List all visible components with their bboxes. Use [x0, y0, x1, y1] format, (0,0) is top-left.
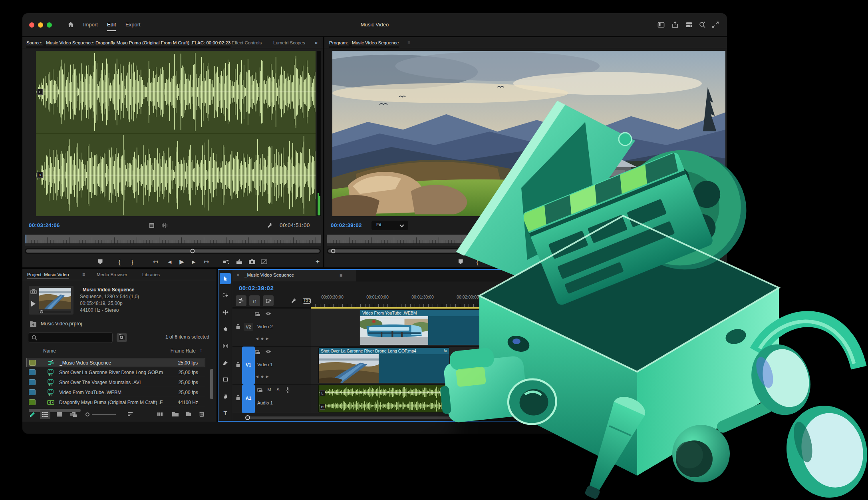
toggle-track-output-eye-icon[interactable] — [265, 349, 271, 354]
selection-tool[interactable] — [220, 273, 231, 284]
step-back-icon[interactable]: ◀ — [165, 256, 174, 267]
column-header-name[interactable]: Name — [43, 348, 56, 354]
keyframe-nav[interactable]: ◀◆▶ — [256, 337, 271, 341]
tab-program[interactable]: Program: _Music Video Sequence — [329, 37, 399, 48]
project-item-row[interactable]: Shot Over La Garonne River Drone Long GO… — [26, 368, 205, 377]
label-color-chip[interactable] — [29, 399, 36, 405]
clip-shot-over-la-garonne[interactable]: Shot Over La Garonne River Drone Long GO… — [318, 347, 449, 383]
scrollbar-handle[interactable] — [191, 249, 195, 253]
workspaces-icon[interactable] — [685, 21, 693, 28]
icon-view-button[interactable] — [56, 411, 63, 418]
close-window-button[interactable] — [29, 22, 34, 28]
source-ruler[interactable] — [25, 235, 321, 243]
source-playhead[interactable] — [26, 235, 26, 243]
project-item-row[interactable]: _Music Video Sequence 25,00 fps — [26, 358, 205, 367]
search-field[interactable] — [40, 333, 109, 342]
sort-ascending-icon[interactable]: ↑ — [200, 348, 202, 353]
insert-icon[interactable] — [222, 256, 231, 267]
project-item-row[interactable]: Video From YouTube .WEBM 25,00 fps — [26, 388, 205, 397]
source-patch-icon[interactable] — [257, 388, 263, 392]
snap-magnet-icon[interactable]: ∩ — [249, 295, 260, 306]
folder-up-icon[interactable] — [30, 321, 37, 327]
preview-play-icon[interactable] — [31, 301, 36, 307]
panel-layout-icon[interactable] — [657, 21, 665, 28]
clip-video-from-youtube[interactable]: Video From YouTube .WEBM fx — [360, 309, 486, 345]
project-item-row[interactable]: Shot Over The Vosges Mountains .AVI 25,0… — [26, 378, 205, 387]
track-lock-icon[interactable] — [236, 362, 240, 367]
minimize-window-button[interactable] — [38, 22, 43, 28]
tab-libraries[interactable]: Libraries — [142, 269, 160, 280]
project-item-row[interactable]: Dragonfly Mayu Puma (Original From M Cra… — [26, 398, 205, 407]
track-name[interactable]: Audio 1 — [257, 400, 273, 405]
track-lane-v1[interactable]: Shot Over La Garonne River Drone Long GO… — [311, 347, 726, 384]
nest-sequence-icon[interactable] — [236, 295, 246, 306]
meter-solo-left[interactable]: S — [714, 406, 716, 411]
timeline-ruler[interactable]: 00:00:30:00 00:01:00:00 00:01:30:00 00:0… — [311, 294, 726, 307]
overwrite-icon[interactable] — [235, 256, 244, 267]
program-zoom-scrollbar[interactable] — [327, 248, 725, 254]
captions-icon[interactable]: CC — [303, 298, 311, 304]
pen-tool[interactable] — [220, 357, 231, 368]
tab-edit[interactable]: Edit — [107, 13, 116, 36]
track-lock-icon[interactable] — [236, 324, 240, 329]
hand-tool[interactable] — [220, 390, 231, 402]
mark-out-icon[interactable]: } — [128, 256, 137, 267]
timeline-current-timecode[interactable]: 00:02:39:02 — [239, 285, 274, 291]
mark-out-icon[interactable]: } — [486, 256, 495, 267]
mark-in-icon[interactable]: { — [473, 256, 482, 267]
column-header-frame-rate[interactable]: Frame Rate — [171, 348, 196, 354]
solo-track-button[interactable]: S — [275, 387, 281, 392]
new-bin-folder-icon[interactable] — [172, 411, 179, 417]
mark-in-icon[interactable]: { — [115, 256, 124, 267]
slip-tool[interactable] — [220, 340, 231, 351]
tab-import[interactable]: Import — [83, 13, 98, 36]
add-marker-icon[interactable] — [456, 256, 465, 267]
share-icon[interactable] — [671, 21, 679, 28]
clip-audio-flac[interactable]: L R — [318, 385, 720, 412]
add-marker-icon[interactable] — [96, 256, 105, 267]
timeline-settings-wrench-icon[interactable] — [291, 298, 297, 304]
meter-solo-right[interactable]: S — [719, 406, 722, 411]
track-name[interactable]: Video 1 — [257, 362, 273, 367]
toggle-track-output-eye-icon[interactable] — [265, 311, 271, 316]
preview-scrub-bar[interactable] — [39, 311, 71, 313]
zoom-handle-left[interactable] — [245, 415, 250, 420]
new-item-icon[interactable] — [185, 411, 192, 417]
program-current-timecode[interactable]: 00:02:39:02 — [331, 222, 362, 228]
panel-menu-icon[interactable]: ≡ — [82, 269, 85, 280]
step-forward-icon[interactable]: ▶ — [189, 256, 198, 267]
scrollbar-handle[interactable] — [331, 249, 336, 253]
keyframe-nav[interactable]: ◀◆▶ — [256, 375, 271, 378]
goto-in-icon[interactable]: ↤ — [151, 256, 160, 267]
list-vertical-scrollbar[interactable] — [210, 369, 213, 399]
create-search-bin-icon[interactable] — [117, 333, 127, 342]
timeline-zoom-scrollbar[interactable] — [236, 415, 710, 420]
writable-pencil-icon[interactable] — [29, 411, 36, 418]
drag-video-only-icon[interactable] — [149, 222, 155, 229]
track-select-forward-tool[interactable] — [220, 290, 231, 301]
track-name[interactable]: Video 2 — [257, 324, 273, 329]
zoom-window-button[interactable] — [47, 22, 52, 28]
track-lane-v2[interactable]: Video From YouTube .WEBM fx — [311, 309, 726, 347]
automate-to-sequence-icon[interactable] — [157, 411, 164, 417]
trash-icon[interactable] — [199, 411, 205, 417]
panel-menu-icon[interactable]: ≡ — [340, 273, 342, 278]
play-icon[interactable]: ▶ — [177, 256, 186, 267]
project-file-name[interactable]: Music Video.prproj — [41, 321, 82, 327]
tab-lumetri-scopes[interactable]: Lumetri Scopes — [273, 37, 305, 48]
zoom-slider-track[interactable] — [92, 414, 116, 415]
source-patch-icon[interactable] — [255, 350, 260, 355]
program-ruler[interactable] — [327, 235, 725, 243]
track-target-a1[interactable]: A1 — [244, 394, 253, 402]
add-button-icon[interactable]: + — [313, 256, 322, 267]
label-color-chip[interactable] — [29, 369, 36, 375]
close-tab-icon[interactable]: × — [236, 272, 240, 278]
sort-options-icon[interactable] — [127, 411, 133, 417]
tab-overflow-icon[interactable]: » — [315, 37, 318, 48]
settings-wrench-icon[interactable] — [267, 222, 273, 229]
ripple-edit-tool[interactable] — [220, 307, 231, 318]
sequence-tab[interactable]: × _Music Video Sequence ≡ — [232, 270, 356, 281]
razor-tool[interactable] — [220, 323, 231, 335]
poster-frame-camera-icon[interactable] — [30, 289, 37, 295]
track-lane-a1[interactable]: L R — [311, 384, 726, 413]
